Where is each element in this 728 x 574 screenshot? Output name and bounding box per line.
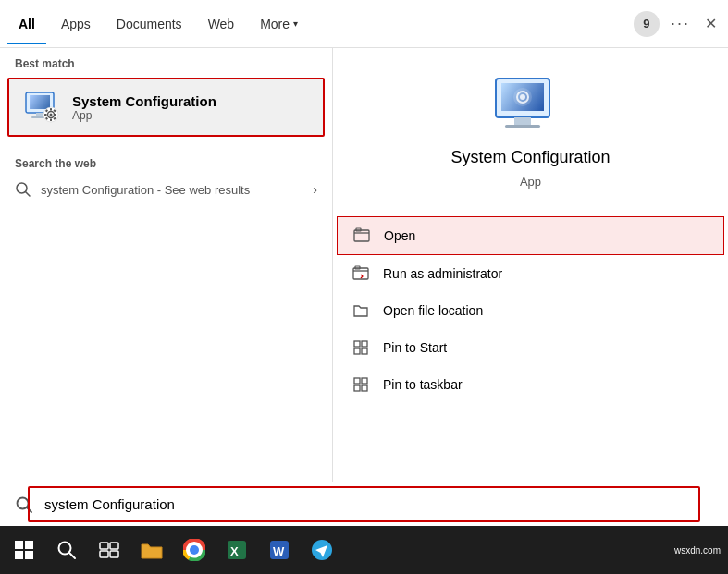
svg-rect-36 xyxy=(362,385,367,391)
best-match-sub: App xyxy=(72,109,216,122)
svg-rect-2 xyxy=(30,95,50,109)
web-section-label: Search the web xyxy=(0,148,332,174)
svg-line-44 xyxy=(69,553,75,558)
close-icon[interactable]: ✕ xyxy=(701,15,721,32)
svg-rect-29 xyxy=(354,341,360,347)
web-section: Search the web system Configuration - Se… xyxy=(0,148,332,205)
app-detail-sub: App xyxy=(520,175,541,189)
open-icon xyxy=(352,226,371,245)
svg-rect-8 xyxy=(50,108,52,111)
search-icon xyxy=(15,181,31,198)
context-menu: Open Run as administrator xyxy=(333,216,728,403)
tab-bar-right: 9 ··· ✕ xyxy=(634,11,721,37)
run-admin-icon xyxy=(352,264,370,283)
svg-rect-41 xyxy=(15,551,23,559)
svg-rect-9 xyxy=(50,119,52,122)
svg-rect-10 xyxy=(44,114,47,116)
chevron-right-icon: › xyxy=(313,182,317,197)
chevron-down-icon: ▾ xyxy=(293,18,298,29)
context-pin-taskbar-label: Pin to taskbar xyxy=(383,377,463,392)
start-button[interactable] xyxy=(4,530,44,570)
context-pin-start-label: Pin to Start xyxy=(383,340,447,355)
app-detail: System Configuration App xyxy=(333,48,728,207)
result-count-badge[interactable]: 9 xyxy=(634,11,660,37)
svg-point-7 xyxy=(50,114,53,116)
svg-text:W: W xyxy=(273,544,285,558)
web-search-item[interactable]: system Configuration - See web results › xyxy=(0,174,332,205)
search-bar xyxy=(0,482,728,526)
context-open-location[interactable]: Open file location xyxy=(333,292,728,329)
svg-rect-40 xyxy=(25,541,33,549)
file-explorer-button[interactable] xyxy=(131,530,172,570)
svg-rect-47 xyxy=(100,551,108,557)
taskview-button[interactable] xyxy=(89,530,130,570)
svg-line-38 xyxy=(27,507,31,512)
search-input[interactable] xyxy=(44,496,713,512)
chrome-button[interactable] xyxy=(174,530,215,570)
svg-rect-20 xyxy=(514,117,531,125)
more-options-icon[interactable]: ··· xyxy=(667,14,694,33)
svg-rect-48 xyxy=(110,551,118,557)
context-open-label: Open xyxy=(384,228,415,243)
pin-start-icon xyxy=(352,338,370,357)
context-open[interactable]: Open xyxy=(337,216,724,255)
context-pin-start[interactable]: Pin to Start xyxy=(333,329,728,366)
system-config-icon xyxy=(24,89,61,126)
tab-all[interactable]: All xyxy=(7,4,46,44)
svg-rect-35 xyxy=(354,385,360,391)
app-detail-title: System Configuration xyxy=(450,148,610,167)
svg-rect-39 xyxy=(15,541,23,549)
svg-line-17 xyxy=(26,192,31,197)
svg-rect-30 xyxy=(362,341,367,347)
svg-rect-32 xyxy=(362,348,367,354)
web-item-text: system Configuration - See web results xyxy=(41,183,250,197)
svg-rect-34 xyxy=(362,378,367,384)
best-match-text: System Configuration App xyxy=(72,93,216,122)
tab-more[interactable]: More ▾ xyxy=(249,4,309,44)
best-match-title: System Configuration xyxy=(72,93,216,109)
context-run-admin[interactable]: Run as administrator xyxy=(333,255,728,292)
svg-point-24 xyxy=(520,94,525,100)
svg-rect-45 xyxy=(100,543,108,549)
svg-rect-31 xyxy=(354,348,360,354)
pin-taskbar-icon xyxy=(352,375,370,394)
svg-rect-21 xyxy=(505,125,540,128)
svg-rect-42 xyxy=(25,551,33,559)
context-run-admin-label: Run as administrator xyxy=(383,266,502,281)
best-match-item[interactable]: System Configuration App xyxy=(7,78,325,137)
svg-point-50 xyxy=(190,545,199,555)
svg-rect-46 xyxy=(110,543,118,549)
telegram-button[interactable] xyxy=(302,530,342,570)
svg-rect-25 xyxy=(354,230,369,241)
svg-rect-11 xyxy=(55,114,57,116)
tab-bar: All Apps Documents Web More ▾ 9 ··· ✕ xyxy=(0,0,728,48)
svg-text:X: X xyxy=(230,544,239,558)
app-detail-icon xyxy=(494,76,568,140)
word-button[interactable]: W xyxy=(259,530,300,570)
folder-icon xyxy=(352,301,370,320)
taskbar: X W wsxdn.com xyxy=(0,526,728,574)
watermark-text: wsxdn.com xyxy=(671,545,724,556)
svg-rect-33 xyxy=(354,378,360,384)
context-open-location-label: Open file location xyxy=(383,303,483,318)
excel-button[interactable]: X xyxy=(216,530,257,570)
tab-documents[interactable]: Documents xyxy=(105,4,193,44)
svg-rect-3 xyxy=(36,113,43,116)
context-pin-taskbar[interactable]: Pin to taskbar xyxy=(333,366,728,403)
tab-web[interactable]: Web xyxy=(197,4,246,44)
search-bar-icon xyxy=(15,495,33,514)
taskbar-right: wsxdn.com xyxy=(671,545,724,556)
tab-apps[interactable]: Apps xyxy=(50,4,102,44)
best-match-label: Best match xyxy=(0,48,332,74)
taskbar-search[interactable] xyxy=(46,530,87,570)
